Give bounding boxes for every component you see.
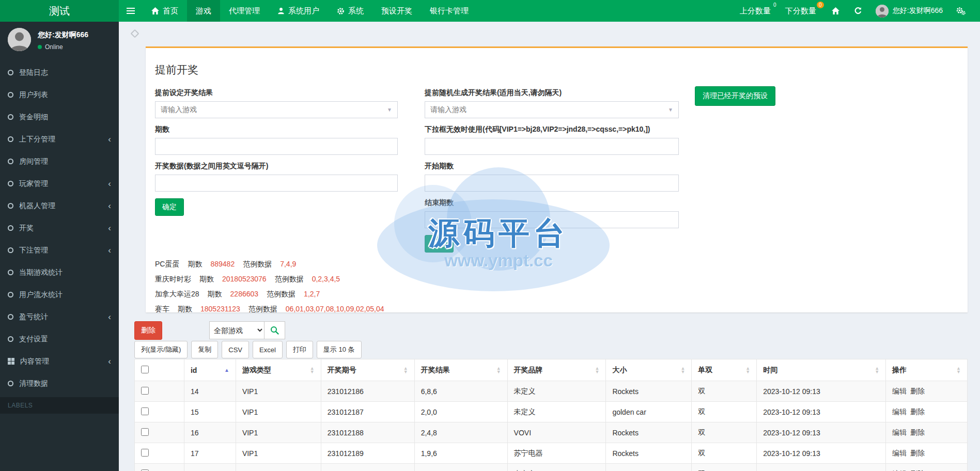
- column-header-id[interactable]: id▲: [184, 359, 236, 381]
- game-select[interactable]: 请输入游戏 ▼: [155, 101, 398, 118]
- clean-opened-presets-button[interactable]: 清理已经开奖的预设: [695, 86, 775, 106]
- start-issue-input[interactable]: [425, 175, 679, 192]
- chevron-down-icon: ▼: [668, 107, 673, 113]
- refresh-button[interactable]: [848, 7, 868, 15]
- home-icon: [832, 7, 839, 14]
- sidebar-item-player-management[interactable]: 玩家管理‹: [0, 172, 119, 195]
- column-header-actions[interactable]: 操作▲▼: [886, 359, 968, 381]
- nav-item-bank-card-management[interactable]: 银行卡管理: [421, 0, 477, 22]
- columns-visibility-button[interactable]: 列(显示/隐藏): [134, 341, 188, 358]
- delete-button[interactable]: 删除: [134, 321, 162, 340]
- nav-item-agent-management[interactable]: 代理管理: [220, 0, 269, 22]
- home-shortcut-button[interactable]: [826, 7, 846, 14]
- row-checkbox[interactable]: [141, 387, 149, 395]
- sidebar-item-points-management[interactable]: 上下分管理‹: [0, 128, 119, 150]
- sidebar-item-bet-management[interactable]: 下注管理‹: [0, 239, 119, 261]
- end-issue-label: 结束期数: [425, 198, 679, 208]
- edit-link[interactable]: 编辑: [892, 469, 907, 471]
- sidebar-item-lottery[interactable]: 开奖‹: [0, 217, 119, 239]
- column-header-game-type[interactable]: 游戏类型▲▼: [236, 359, 321, 381]
- grid-icon: [8, 358, 14, 365]
- sort-icon: ▲▼: [741, 367, 750, 374]
- circle-icon: [8, 70, 13, 75]
- circle-icon: [8, 381, 13, 386]
- sort-icon: ▲▼: [952, 367, 961, 374]
- user-icon: [277, 7, 285, 14]
- page-length-button[interactable]: 显示 10 条: [317, 341, 362, 358]
- column-header-time[interactable]: 时间▲▼: [757, 359, 886, 381]
- copy-button[interactable]: 复制: [191, 341, 218, 358]
- sidebar-item-funds-detail[interactable]: 资金明细: [0, 106, 119, 128]
- page-title: 提前开奖: [155, 62, 958, 77]
- delete-link[interactable]: 删除: [910, 387, 925, 395]
- excel-button[interactable]: Excel: [253, 341, 283, 358]
- sidebar-item-login-log[interactable]: 登陆日志: [0, 61, 119, 84]
- start-issue-label: 开始期数: [425, 162, 679, 171]
- table-header-row: id▲ 游戏类型▲▼ 开奖期号▲▼ 开奖结果▲▼ 开奖品牌▲▼ 大小▲▼ 单双▲…: [135, 359, 968, 381]
- brand-logo[interactable]: 测试: [0, 0, 119, 22]
- edit-link[interactable]: 编辑: [892, 407, 907, 416]
- navbar-right: 上分数量 0 下分数量 0 您好:发财啊666: [735, 0, 980, 22]
- up-points-counter[interactable]: 上分数量 0: [735, 6, 778, 16]
- sidebar-item-user-list[interactable]: 用户列表: [0, 84, 119, 106]
- random-game-select[interactable]: 请输入游戏 ▼: [425, 101, 679, 118]
- sidebar-item-user-flow-stats[interactable]: 用户流水统计: [0, 284, 119, 306]
- table-row: 18 VIP1 231012190 5,9,6 未定义 Rockets 双 20…: [135, 464, 968, 471]
- column-header-brand[interactable]: 开奖品牌▲▼: [507, 359, 606, 381]
- nav-item-preset-lottery[interactable]: 预设开奖: [372, 0, 421, 22]
- online-status[interactable]: Online: [38, 43, 88, 51]
- delete-link[interactable]: 删除: [910, 428, 925, 436]
- lottery-data-input[interactable]: [155, 175, 398, 192]
- settings-button[interactable]: [950, 7, 972, 15]
- column-header-parity[interactable]: 单双▲▼: [692, 359, 757, 381]
- select-all-checkbox[interactable]: [141, 366, 149, 373]
- chevron-left-icon: ‹: [108, 135, 111, 144]
- user-menu[interactable]: 您好:发财啊666: [870, 5, 948, 18]
- sidebar-item-robot-management[interactable]: 机器人管理‹: [0, 195, 119, 217]
- fallback-code-input[interactable]: [425, 138, 679, 155]
- csv-button[interactable]: CSV: [222, 341, 249, 358]
- edit-link[interactable]: 编辑: [892, 428, 907, 436]
- circle-icon: [8, 314, 13, 320]
- confirm-set-button[interactable]: 确定: [155, 198, 184, 216]
- search-button[interactable]: [265, 321, 285, 339]
- row-checkbox[interactable]: [141, 469, 149, 471]
- column-header-issue[interactable]: 开奖期号▲▼: [321, 359, 414, 381]
- hamburger-icon: [127, 8, 135, 9]
- delete-link[interactable]: 删除: [910, 449, 925, 457]
- circle-icon: [8, 159, 13, 164]
- sort-asc-icon: ▲: [220, 367, 229, 373]
- delete-link[interactable]: 删除: [910, 469, 925, 471]
- row-checkbox[interactable]: [141, 407, 149, 415]
- row-checkbox[interactable]: [141, 428, 149, 436]
- sidebar-item-content-management[interactable]: 内容管理‹: [0, 350, 119, 372]
- confirm-random-button[interactable]: 确定: [425, 235, 454, 253]
- column-header-size[interactable]: 大小▲▼: [606, 359, 692, 381]
- chevron-left-icon: ‹: [108, 224, 111, 232]
- row-checkbox[interactable]: [141, 449, 149, 457]
- nav-item-system[interactable]: 系统: [328, 0, 372, 22]
- print-button[interactable]: 打印: [286, 341, 313, 358]
- down-points-counter[interactable]: 下分数量 0: [780, 6, 823, 16]
- circle-icon: [8, 181, 13, 186]
- sidebar: 您好:发财啊666 Online 登陆日志 用户列表 资金明细 上下分管理‹ 房…: [0, 22, 119, 471]
- edit-link[interactable]: 编辑: [892, 387, 907, 395]
- sidebar-item-current-game-stats[interactable]: 当期游戏统计: [0, 261, 119, 284]
- circle-icon: [8, 136, 13, 142]
- edit-link[interactable]: 编辑: [892, 449, 907, 457]
- issue-input[interactable]: [155, 138, 398, 155]
- end-issue-input[interactable]: [425, 211, 679, 228]
- delete-link[interactable]: 删除: [910, 407, 925, 416]
- nav-item-games[interactable]: 游戏: [187, 0, 220, 22]
- sample-data-list: PC蛋蛋期数889482范例数据7,4,9 重庆时时彩期数20180523076…: [155, 260, 958, 312]
- nav-item-home[interactable]: 首页: [143, 0, 187, 22]
- sidebar-toggle-button[interactable]: [119, 0, 143, 22]
- sidebar-item-payment-settings[interactable]: 支付设置: [0, 328, 119, 350]
- search-icon: [270, 326, 279, 335]
- nav-item-system-users[interactable]: 系统用户: [269, 0, 328, 22]
- sidebar-item-clean-data[interactable]: 清理数据: [0, 372, 119, 395]
- column-header-result[interactable]: 开奖结果▲▼: [414, 359, 507, 381]
- sidebar-item-profit-stats[interactable]: 盈亏统计‹: [0, 306, 119, 328]
- game-filter-select[interactable]: 全部游戏: [209, 321, 265, 339]
- sidebar-item-room-management[interactable]: 房间管理: [0, 150, 119, 172]
